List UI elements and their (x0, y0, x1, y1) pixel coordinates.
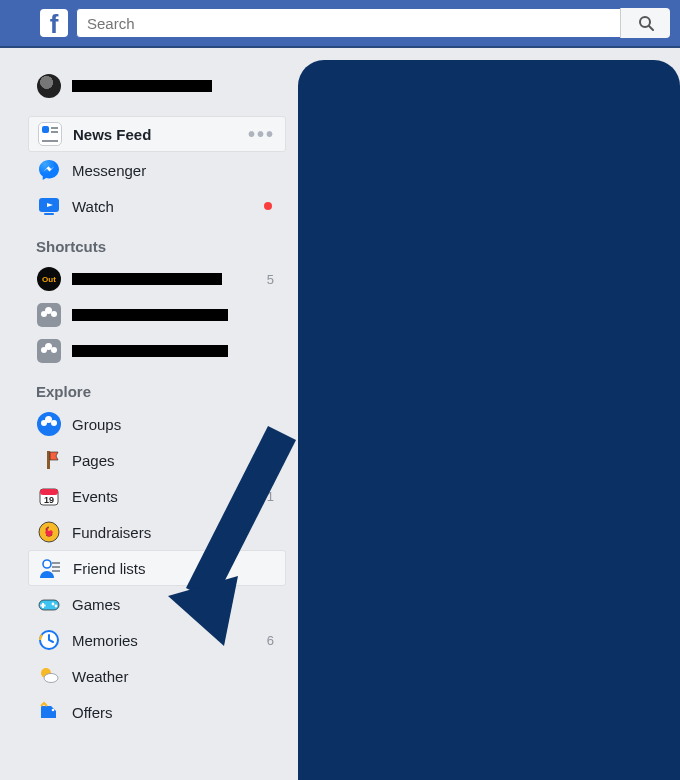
sidebar-item-label (72, 273, 257, 285)
sidebar-item-pages[interactable]: Pages 14 (28, 442, 286, 478)
sidebar-item-news-feed[interactable]: News Feed ••• (28, 116, 286, 152)
sidebar-item-weather[interactable]: Weather (28, 658, 286, 694)
svg-rect-11 (52, 562, 60, 564)
svg-point-18 (55, 605, 58, 608)
fundraisers-icon (36, 519, 62, 545)
svg-rect-4 (44, 213, 54, 215)
count-badge: 6 (267, 633, 278, 648)
events-icon: 19 (36, 483, 62, 509)
count-badge: 14 (260, 453, 278, 468)
sidebar-item-label: Memories (72, 632, 257, 649)
search-input[interactable] (76, 8, 670, 38)
content-area: News Feed ••• Messenger (0, 48, 680, 780)
sidebar-item-label: Games (72, 596, 264, 613)
sidebar-item-label: News Feed (73, 126, 238, 143)
sidebar-item-label: Watch (72, 198, 254, 215)
weather-icon (36, 663, 62, 689)
avatar (36, 73, 62, 99)
group-icon (36, 302, 62, 328)
svg-rect-5 (47, 451, 50, 469)
sidebar-item-offers[interactable]: Offers (28, 694, 286, 730)
groups-icon (36, 411, 62, 437)
sidebar-item-label: Pages (72, 452, 250, 469)
group-icon (36, 338, 62, 364)
offers-icon (36, 699, 62, 725)
sidebar-item-label: Friend lists (73, 560, 263, 577)
sidebar-item-friend-lists[interactable]: Friend lists (28, 550, 286, 586)
messenger-icon (36, 157, 62, 183)
profile-name (72, 80, 278, 92)
count-badge: 5 (267, 272, 278, 287)
search-button[interactable] (620, 8, 670, 38)
main-content-placeholder (298, 60, 680, 780)
sidebar-item-label (72, 309, 264, 321)
more-options-icon[interactable]: ••• (248, 130, 277, 138)
section-title-explore: Explore (28, 369, 286, 406)
memories-icon (36, 627, 62, 653)
sidebar-item-label: Messenger (72, 162, 278, 179)
sidebar-item-shortcut[interactable]: Out 5 (28, 261, 286, 297)
sidebar-item-watch[interactable]: Watch (28, 188, 286, 224)
friend-lists-icon (37, 555, 63, 581)
sidebar-item-label: Offers (72, 704, 264, 721)
sidebar-item-messenger[interactable]: Messenger (28, 152, 286, 188)
svg-rect-13 (52, 570, 60, 572)
shortcut-icon: Out (36, 266, 62, 292)
sidebar-item-fundraisers[interactable]: Fundraisers (28, 514, 286, 550)
pages-icon (36, 447, 62, 473)
news-feed-icon (37, 121, 63, 147)
count-badge: 1 (267, 489, 278, 504)
svg-line-1 (649, 26, 653, 30)
games-icon (36, 591, 62, 617)
watch-icon (36, 193, 62, 219)
sidebar-item-memories[interactable]: Memories 6 (28, 622, 286, 658)
left-sidebar: News Feed ••• Messenger (28, 68, 286, 780)
svg-point-10 (43, 560, 51, 568)
search-container (76, 8, 670, 38)
sidebar-item-shortcut[interactable] (28, 333, 286, 369)
sidebar-item-events[interactable]: 19 Events 1 (28, 478, 286, 514)
sidebar-item-label: Events (72, 488, 257, 505)
sidebar-item-label (72, 345, 264, 357)
svg-rect-16 (41, 605, 46, 607)
sidebar-item-label: Weather (72, 668, 264, 685)
search-icon (638, 15, 654, 31)
sidebar-item-groups[interactable]: Groups (28, 406, 286, 442)
sidebar-item-label: Fundraisers (72, 524, 264, 541)
sidebar-item-profile[interactable] (28, 68, 286, 104)
svg-text:19: 19 (44, 495, 54, 505)
notification-dot (264, 202, 272, 210)
top-bar: f (0, 0, 680, 48)
sidebar-item-games[interactable]: Games (28, 586, 286, 622)
facebook-logo[interactable]: f (40, 9, 68, 37)
svg-point-17 (52, 603, 55, 606)
svg-point-21 (44, 674, 58, 683)
section-title-shortcuts: Shortcuts (28, 224, 286, 261)
svg-point-22 (52, 709, 55, 712)
sidebar-item-label: Groups (72, 416, 264, 433)
sidebar-item-shortcut[interactable] (28, 297, 286, 333)
svg-rect-12 (52, 566, 60, 568)
